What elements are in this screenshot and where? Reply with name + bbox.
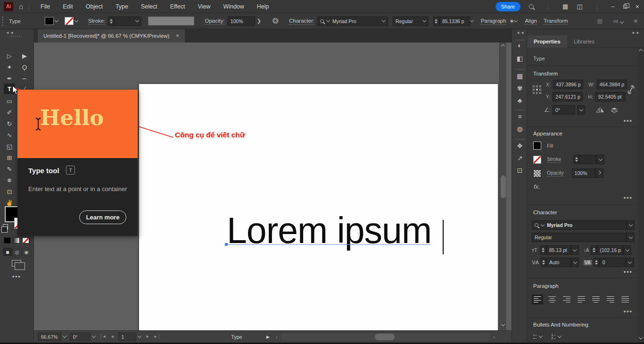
scroll-right-icon[interactable]: › [493,334,495,340]
magic-wand-tool[interactable]: ✦ [4,62,15,72]
edit-toolbar-icon[interactable]: ••• [12,273,21,280]
opacity-expand-panel-icon[interactable] [595,168,603,178]
bullet-list-icon[interactable]: •– •– [533,333,537,340]
learn-more-button[interactable]: Learn more [79,210,126,224]
character-style-dropdown-icon[interactable] [627,233,635,242]
workspace-switcher-icon[interactable]: ⫤ [613,17,624,25]
swatches-panel-icon[interactable]: ▦ [512,72,528,80]
flip-horizontal-icon[interactable] [596,107,604,113]
pen-tool[interactable]: ✒ [4,73,15,84]
touch-type-tool-icon[interactable]: ✶ [509,17,515,25]
stroke-width-stepper[interactable] [573,155,579,164]
last-artboard-icon[interactable]: ►⏐ [153,334,160,339]
draw-behind-button[interactable]: ◎ [12,248,22,256]
character-more-options-icon[interactable]: ••• [624,268,633,275]
menu-help[interactable]: Help [257,3,269,10]
recolor-artwork-icon[interactable]: ❂ [272,17,279,25]
menu-view[interactable]: View [198,3,211,10]
tab-libraries[interactable]: Libraries [567,35,601,48]
character-style-field[interactable]: Regular [532,233,627,242]
expand-panel-icon[interactable]: ►► [632,31,640,35]
dock-grip[interactable] [515,109,524,110]
menu-file[interactable]: File [41,3,50,10]
color-swatch-button[interactable] [4,237,11,243]
numbered-list-dropdown-icon[interactable] [558,334,561,337]
width-tool[interactable]: ∿ [4,130,15,140]
symbols-panel-icon[interactable]: ♣ [512,97,528,104]
stroke-width-field[interactable] [579,155,596,164]
rotation-field[interactable]: 0° [70,333,91,341]
vertical-scrollbar-thumb[interactable] [501,176,506,198]
none-swatch-button[interactable] [22,237,29,243]
swap-fill-stroke-icon[interactable] [3,224,8,229]
kerning-stepper[interactable] [540,258,546,267]
x-field[interactable]: 437.3896 p [553,80,583,89]
tracking-dropdown-icon[interactable] [626,258,634,267]
zoom-dropdown-icon[interactable] [62,334,66,338]
tracking-stepper[interactable] [594,258,600,267]
curvature-tool[interactable]: ∽ [19,73,30,84]
tab-properties[interactable]: Properties [527,35,567,48]
next-artboard-icon[interactable]: ► [146,334,150,339]
artboards-panel-icon[interactable]: ⊡ [512,167,528,174]
align-right-button[interactable] [561,294,572,304]
home-icon[interactable]: ⌂ [19,2,23,10]
status-play-icon[interactable]: ▶ [266,335,270,339]
paintbrush-tool[interactable]: ✐ [4,107,15,117]
scroll-up-icon[interactable] [501,44,505,48]
panel-scrollbar[interactable] [638,48,644,343]
align-label[interactable]: Align [525,18,537,25]
transparency-panel-icon[interactable]: ◍ [512,125,528,133]
fx-effects-button[interactable]: fx. [534,183,540,190]
font-style-dropdown-icon[interactable] [422,18,426,22]
zoom-level-field[interactable]: 66.67% [38,333,61,341]
control-panel-menu-icon[interactable]: ≡ [634,17,637,25]
color-panel-icon[interactable]: ◐ [512,42,528,49]
selection-tool[interactable]: ▷ [4,50,15,61]
stroke-weight-stepper[interactable] [108,17,114,26]
opacity-label[interactable]: Opacity: [205,18,224,25]
dock-grip[interactable] [515,139,524,140]
touch-type-dropdown-icon[interactable] [514,18,518,22]
appearance-opacity-field[interactable]: 100% [572,168,595,178]
menu-select[interactable]: Select [141,3,157,10]
stroke-panel-icon[interactable]: ≡ [512,113,528,120]
leading-stepper[interactable] [591,245,597,255]
numbered-list-icon[interactable]: 1– 2– [551,333,556,340]
horizontal-scrollbar[interactable] [281,333,490,341]
rectangle-tool[interactable]: ▭ [4,96,15,106]
kerning-field[interactable]: Auto [546,258,571,267]
leading-dropdown-icon[interactable] [623,245,631,255]
share-button[interactable]: Share [495,2,520,11]
rotation-angle-field[interactable]: 0° [553,105,575,115]
appearance-stroke-swatch[interactable] [533,156,541,164]
stroke-label[interactable]: Stroke: [88,18,105,25]
stroke-width-dropdown-icon[interactable] [596,155,604,164]
search-icon[interactable] [529,4,534,9]
opacity-expand-icon[interactable]: ❯ [257,18,261,24]
arrange-documents-icon[interactable]: ▦ [562,3,568,10]
character-font-dropdown-icon[interactable] [627,220,635,230]
menu-edit[interactable]: Edit [63,3,73,10]
draw-normal-button[interactable]: ◙ [3,248,12,256]
tracking-field[interactable]: 0 [600,258,626,267]
document-tab[interactable]: Untitled-1 [Recovered]* @ 66.67 % (CMYK/… [38,29,185,42]
panel-scroll-up-icon[interactable] [639,49,643,53]
font-family-field[interactable]: Myriad Pro [317,17,388,26]
stroke-weight-field[interactable] [114,17,141,26]
menu-window[interactable]: Window [223,3,244,10]
rotate-tool[interactable]: ↻ [4,118,15,129]
eyedropper-tool[interactable]: ✎ [4,164,15,174]
opacity-field[interactable]: 100% [228,17,255,26]
reference-point-selector[interactable] [533,85,542,94]
appearance-fill-label[interactable]: Fill [547,143,553,149]
artboard-text[interactable]: Lorem ipsum [227,210,431,252]
export-panel-icon[interactable]: ↗ [512,154,528,162]
first-artboard-icon[interactable]: ⏐◄ [100,334,107,339]
artboard-number-field[interactable]: 1 [118,333,136,341]
shape-builder-tool[interactable]: ◱ [4,141,15,151]
toolbar-grip[interactable] [9,36,22,37]
justify-last-left-button[interactable] [576,294,587,304]
menu-type[interactable]: Type [116,3,128,10]
angle-dropdown-icon[interactable] [577,105,585,115]
